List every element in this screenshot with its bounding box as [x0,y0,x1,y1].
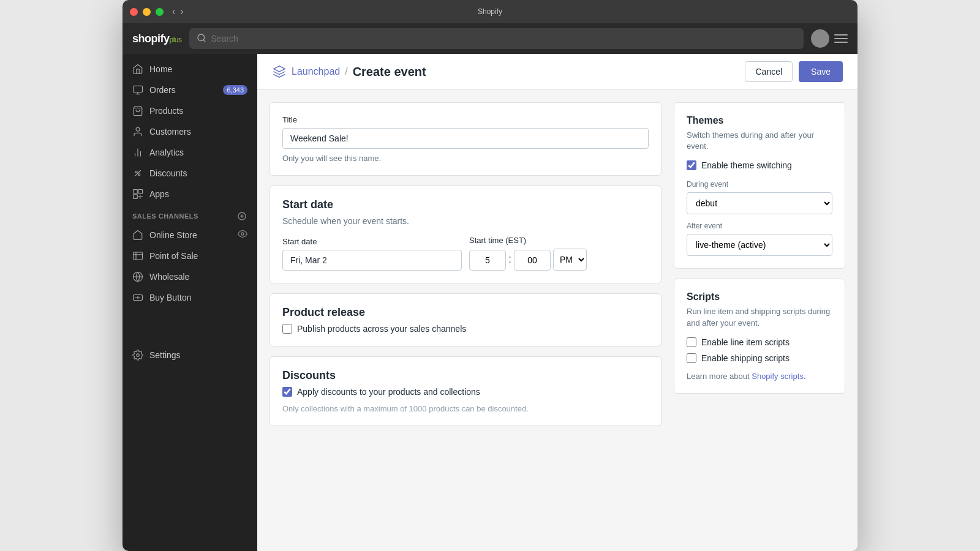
cancel-button[interactable]: Cancel [745,61,793,82]
maximize-button[interactable] [156,8,164,16]
main-column: Title Only you will see this name. Start… [270,102,662,426]
settings-icon [132,350,143,361]
scripts-panel: Scripts Run line item and shipping scrip… [674,279,845,393]
sidebar-item-point-of-sale[interactable]: Point of Sale [123,246,257,266]
start-date-card: Start date Schedule when your event star… [270,186,662,283]
sidebar-item-wholesale[interactable]: Wholesale [123,266,257,287]
line-item-scripts-checkbox[interactable] [687,337,696,347]
shipping-scripts-label: Enable shipping scripts [701,353,790,363]
sidebar-item-orders[interactable]: Orders 6,343 [123,80,257,100]
title-helper: Only you will see this name. [282,154,649,163]
date-time-row: Start date Start time (EST) : [282,236,649,271]
window-controls [130,8,164,16]
svg-point-6 [136,127,140,131]
product-release-checkbox[interactable] [282,324,292,334]
sidebar-item-customers[interactable]: Customers [123,121,257,142]
svg-rect-20 [134,252,143,260]
back-button[interactable]: ‹ [171,6,176,17]
discounts-checkbox-label: Apply discounts to your products and col… [297,387,480,397]
time-colon: : [508,253,511,271]
sidebar-item-settings[interactable]: Settings [123,345,257,365]
app-header: shopifyplus [123,23,858,54]
title-input[interactable] [282,128,649,149]
sidebar-item-products[interactable]: Products [123,100,257,121]
wholesale-icon [132,271,143,282]
discounts-helper: Only collections with a maximum of 1000 … [282,404,649,413]
start-date-input[interactable] [282,250,462,271]
scripts-title: Scripts [687,291,832,302]
logo-suffix: plus [170,36,182,44]
line-item-scripts-row: Enable line item scripts [687,337,832,347]
svg-rect-2 [134,86,143,92]
shopify-scripts-link[interactable]: Shopify scripts. [752,372,805,381]
breadcrumb-separator: / [345,66,347,77]
shipping-scripts-checkbox[interactable] [687,353,696,363]
discounts-checkbox-row: Apply discounts to your products and col… [282,387,649,397]
product-release-card: Product release Publish products across … [270,293,662,347]
svg-rect-15 [134,195,138,199]
after-event-select[interactable]: debut live-theme (active) dawn [687,234,832,256]
sidebar-item-online-store[interactable]: Online Store [123,224,257,246]
enable-theme-switching-checkbox[interactable] [687,160,696,170]
nav-arrows[interactable]: ‹ › [171,6,185,17]
product-release-checkbox-label: Publish products across your sales chann… [297,324,466,334]
search-input[interactable] [211,34,796,43]
time-field: : PM AM [469,249,649,271]
discounts-icon [132,168,143,179]
add-sales-channel-button[interactable] [236,211,247,222]
svg-rect-13 [134,190,138,194]
header-actions: Cancel Save [745,61,843,82]
discounts-checkbox[interactable] [282,387,292,397]
sidebar: Home Orders 6,343 Products Customers [123,54,257,551]
forward-button[interactable]: › [179,6,184,17]
home-icon [132,64,143,75]
title-card: Title Only you will see this name. [270,102,662,176]
svg-point-24 [137,354,140,357]
orders-icon [132,84,143,96]
start-date-label: Start date [282,237,462,246]
minute-input[interactable] [514,250,551,271]
shipping-scripts-row: Enable shipping scripts [687,353,832,363]
customers-icon [132,126,143,137]
scripts-learn-text: Learn more about Shopify scripts. [687,372,832,381]
minimize-button[interactable] [143,8,151,16]
shopify-logo: shopifyplus [132,32,182,45]
side-column: Themes Switch themes during and after yo… [674,102,845,403]
sidebar-item-apps[interactable]: Apps [123,184,257,204]
sidebar-item-home[interactable]: Home [123,59,257,80]
svg-point-11 [138,174,140,176]
search-icon [197,33,206,45]
eye-icon [238,229,247,241]
sidebar-item-buy-button[interactable]: Buy Button [123,287,257,308]
discounts-card: Discounts Apply discounts to your produc… [270,356,662,426]
scripts-subtitle: Run line item and shipping scripts durin… [687,306,832,328]
hour-input[interactable] [469,250,506,271]
line-item-scripts-label: Enable line item scripts [701,337,790,347]
product-release-title: Product release [282,306,649,319]
enable-theme-switching-label: Enable theme switching [701,160,792,170]
sales-channels-header: SALES CHANNELS [123,204,257,224]
search-bar[interactable] [189,28,804,49]
svg-rect-14 [138,190,143,194]
after-event-label: After event [687,222,832,230]
sidebar-item-discounts[interactable]: Discounts [123,163,257,184]
app-body: Home Orders 6,343 Products Customers [123,54,858,551]
page-body: Title Only you will see this name. Start… [257,90,858,438]
titlebar: ‹ › Shopify [123,0,858,23]
menu-button[interactable] [834,34,848,43]
date-field: Start date [282,237,462,271]
enable-theme-switching-row: Enable theme switching [687,160,832,170]
save-button[interactable]: Save [799,61,843,82]
close-button[interactable] [130,8,138,16]
start-date-subtitle: Schedule when your event starts. [282,216,649,226]
svg-line-1 [203,40,205,42]
start-date-title: Start date [282,198,649,211]
ampm-select[interactable]: PM AM [553,249,587,271]
orders-badge: 6,343 [223,85,247,95]
sidebar-item-analytics[interactable]: Analytics [123,142,257,163]
buy-button-icon [132,292,143,303]
time-wrapper: Start time (EST) : PM AM [469,236,649,271]
breadcrumb-parent[interactable]: Launchpad [292,66,340,77]
page-header: Launchpad / Create event Cancel Save [257,54,858,90]
during-event-select[interactable]: debut live-theme (active) dawn [687,192,832,214]
